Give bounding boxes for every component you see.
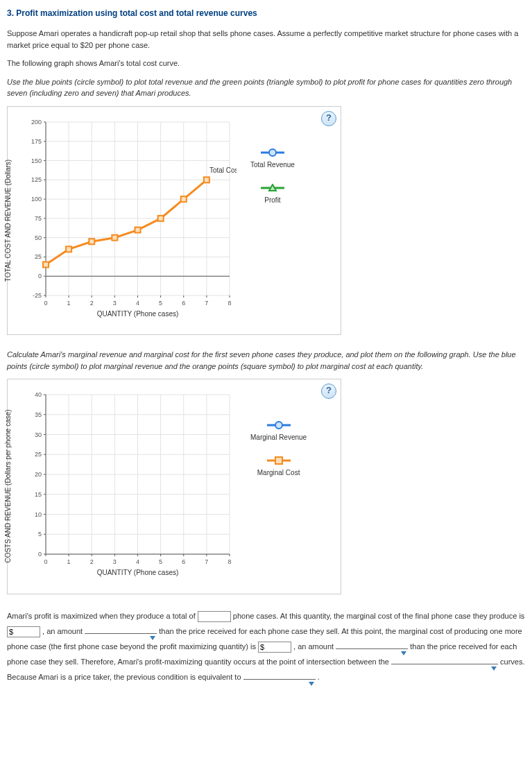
svg-text:1: 1: [67, 300, 71, 307]
svg-text:0: 0: [38, 273, 42, 280]
intro-p2: The following graph shows Amari's total …: [7, 58, 525, 69]
svg-text:125: 125: [31, 176, 42, 183]
svg-text:30: 30: [35, 431, 42, 438]
tool-total-revenue-label: Total Revenue: [250, 161, 295, 169]
svg-text:Total Cost: Total Cost: [209, 166, 237, 174]
svg-text:25: 25: [35, 253, 42, 260]
svg-text:0: 0: [44, 300, 47, 307]
svg-point-70: [269, 149, 276, 156]
svg-text:0: 0: [38, 551, 42, 558]
svg-text:2: 2: [90, 300, 94, 307]
help-icon[interactable]: ?: [321, 111, 336, 126]
chart1-plot[interactable]: -250255075100125150175200012345678QUANTI…: [15, 115, 237, 323]
svg-text:0: 0: [44, 558, 47, 565]
svg-text:15: 15: [35, 491, 42, 498]
svg-text:35: 35: [35, 411, 42, 418]
svg-marker-72: [269, 184, 276, 191]
tool-profit-label: Profit: [264, 196, 280, 204]
svg-rect-67: [204, 177, 209, 182]
input-mc-next[interactable]: [258, 642, 291, 653]
tool-marginal-revenue[interactable]: Marginal Revenue: [250, 421, 307, 442]
tool-total-revenue[interactable]: Total Revenue: [250, 148, 295, 170]
svg-text:4: 4: [136, 558, 139, 565]
svg-rect-63: [112, 234, 117, 240]
svg-text:-25: -25: [33, 292, 42, 299]
graph-panel-1: ? TOTAL COST AND REVENUE (Dollars) -2502…: [7, 106, 341, 336]
svg-rect-60: [43, 261, 49, 267]
svg-text:5: 5: [159, 300, 162, 307]
svg-text:20: 20: [35, 471, 42, 478]
svg-text:8: 8: [228, 300, 231, 307]
svg-text:8: 8: [228, 558, 231, 565]
svg-text:200: 200: [31, 119, 42, 126]
svg-rect-66: [181, 196, 187, 202]
graph-panel-2: ? COSTS AND REVENUE (Dollars per phone c…: [7, 379, 341, 594]
svg-text:7: 7: [205, 558, 208, 565]
fill-text: .: [318, 673, 320, 681]
svg-text:10: 10: [35, 511, 42, 518]
svg-text:3: 3: [113, 558, 117, 565]
svg-text:5: 5: [159, 558, 162, 565]
svg-text:175: 175: [31, 137, 42, 144]
chart1-legend: Total Revenue Profit: [237, 115, 295, 327]
svg-text:QUANTITY (Phone cases): QUANTITY (Phone cases): [97, 310, 179, 318]
svg-text:6: 6: [182, 300, 185, 307]
chart2-plot[interactable]: 0510152025303540012345678QUANTITY (Phone…: [15, 388, 237, 582]
page-title: 3. Profit maximization using total cost …: [7, 7, 525, 19]
svg-rect-64: [135, 227, 141, 232]
dropdown-compare-1[interactable]: [85, 633, 157, 634]
svg-text:150: 150: [31, 157, 42, 164]
svg-text:40: 40: [35, 391, 42, 398]
fill-text: phone cases. At this quantity, the margi…: [233, 612, 525, 620]
help-icon[interactable]: ?: [321, 384, 336, 399]
svg-rect-62: [89, 239, 94, 244]
svg-text:6: 6: [182, 558, 185, 565]
dropdown-compare-2[interactable]: [336, 648, 408, 649]
fill-text: , an amount: [293, 642, 336, 651]
fill-paragraph: Amari's profit is maximized when they pr…: [7, 608, 525, 685]
tool-mc-label: Marginal Cost: [257, 469, 300, 476]
chart2-legend: Marginal Revenue Marginal Cost: [237, 388, 307, 585]
svg-text:1: 1: [67, 558, 71, 565]
svg-text:5: 5: [38, 531, 42, 538]
svg-rect-61: [66, 246, 71, 252]
svg-text:50: 50: [35, 234, 42, 241]
intro-p1: Suppose Amari operates a handicraft pop-…: [7, 28, 525, 51]
dropdown-curves[interactable]: [391, 664, 498, 664]
dropdown-equivalent[interactable]: [243, 679, 316, 680]
fill-text: , an amount: [42, 627, 85, 635]
tool-marginal-cost[interactable]: Marginal Cost: [250, 456, 307, 478]
svg-text:7: 7: [205, 300, 208, 307]
svg-text:4: 4: [136, 300, 139, 307]
tool-profit[interactable]: Profit: [250, 184, 295, 205]
instruction-2: Calculate Amari's marginal revenue and m…: [7, 349, 525, 372]
svg-text:75: 75: [35, 214, 42, 221]
svg-text:QUANTITY (Phone cases): QUANTITY (Phone cases): [97, 569, 179, 576]
svg-point-131: [275, 422, 282, 429]
input-mc-final[interactable]: [7, 626, 40, 637]
chart1-ylabel: TOTAL COST AND REVENUE (Dollars): [3, 160, 13, 282]
fill-text: Amari's profit is maximized when they pr…: [7, 612, 198, 620]
svg-text:25: 25: [35, 451, 42, 458]
svg-text:2: 2: [90, 558, 94, 565]
chart2-ylabel: COSTS AND REVENUE (Dollars per phone cas…: [3, 410, 13, 563]
svg-text:100: 100: [31, 196, 42, 203]
instruction-1: Use the blue points (circle symbol) to p…: [7, 76, 525, 99]
svg-rect-65: [158, 215, 164, 221]
tool-mr-label: Marginal Revenue: [250, 433, 307, 441]
svg-text:3: 3: [113, 300, 117, 307]
svg-rect-133: [275, 457, 282, 464]
input-quantity[interactable]: [198, 611, 231, 622]
